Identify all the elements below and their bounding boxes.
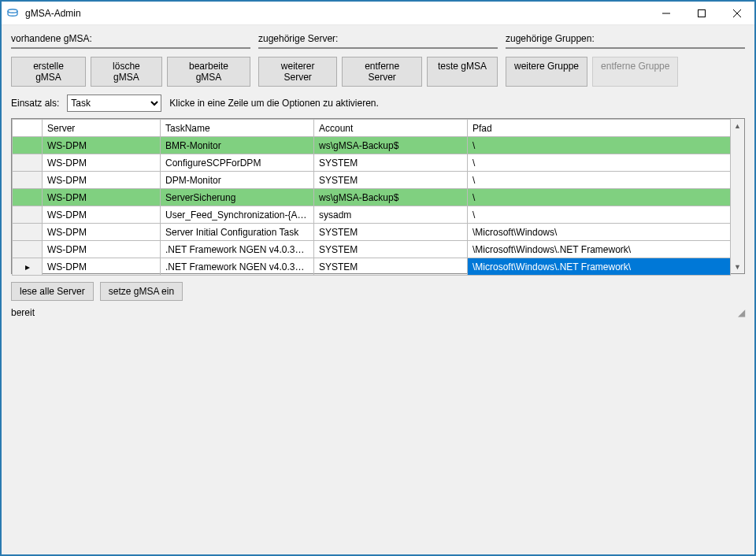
grid-cell[interactable]: ConfigureSCPForDPM <box>161 154 314 172</box>
grid-cell[interactable]: SYSTEM <box>314 224 468 241</box>
grid-cell[interactable]: WS-DPM <box>43 258 161 276</box>
grid-cell[interactable]: \Microsoft\Windows\.NET Framework\ <box>468 241 731 258</box>
row-header[interactable] <box>13 189 43 206</box>
grid-cell[interactable]: .NET Framework NGEN v4.0.30319 64 <box>161 258 314 276</box>
remove-group-button: entferne Gruppe <box>592 57 678 87</box>
grid-cell[interactable]: SYSTEM <box>314 154 468 172</box>
resize-grip-icon[interactable]: ◢ <box>734 307 745 318</box>
more-server-button[interactable]: weiterer Server <box>258 57 337 87</box>
grid-cell[interactable]: SYSTEM <box>314 258 468 276</box>
grid-cell[interactable]: sysadm <box>314 206 468 224</box>
grid-cell[interactable]: SYSTEM <box>314 241 468 258</box>
col-account[interactable]: Account <box>314 120 468 137</box>
table-row[interactable]: WS-DPMBMR-Monitorws\gMSA-Backup$\ <box>13 137 731 154</box>
col-task[interactable]: TaskName <box>161 120 314 137</box>
col-path[interactable]: Pfad <box>468 120 731 137</box>
grid-cell[interactable]: \ <box>468 154 731 172</box>
row-header[interactable] <box>13 172 43 189</box>
row-header[interactable]: ▸ <box>13 258 43 276</box>
close-button[interactable] <box>719 2 754 24</box>
window-title: gMSA-Admin <box>24 8 648 19</box>
grid-cell[interactable]: WS-DPM <box>43 189 161 206</box>
titlebar: gMSA-Admin <box>2 2 754 25</box>
einsatz-label: Einsatz als: <box>11 98 59 109</box>
table-row[interactable]: WS-DPMServerSicherungws\gMSA-Backup$\ <box>13 189 731 206</box>
grid-cell[interactable]: ServerSicherung <box>161 189 314 206</box>
scroll-up-icon[interactable]: ▲ <box>731 119 744 132</box>
servers-label: zugehörige Server: <box>258 33 498 44</box>
gmsa-label: vorhandene gMSA: <box>11 33 250 44</box>
grid-cell[interactable]: WS-DPM <box>43 224 161 241</box>
groups-listbox[interactable]: --- direkte Gruppen: ---GG-SEC-Server-JB… <box>506 47 745 49</box>
grid-cell[interactable]: \ <box>468 172 731 189</box>
scroll-up-icon[interactable]: ▲ <box>731 48 744 49</box>
grid-cell[interactable]: \ <box>468 189 731 206</box>
minimize-button[interactable] <box>648 2 684 24</box>
task-grid[interactable]: Server TaskName Account Pfad WS-DPMBMR-M… <box>11 118 745 274</box>
einsatz-hint: Klicke in eine Zeile um die Optionen zu … <box>169 98 378 109</box>
table-row[interactable]: WS-DPM.NET Framework NGEN v4.0.30319SYST… <box>13 241 731 258</box>
gmsa-listbox[interactable]: gMSA-ADFS (Service ADFS)gMSA-Backup (Tas… <box>11 47 250 49</box>
scroll-down-icon[interactable]: ▼ <box>731 47 744 48</box>
grid-cell[interactable]: User_Feed_Synchronization-{A6AB57... <box>161 206 314 224</box>
app-icon <box>6 7 19 20</box>
table-row[interactable]: WS-DPMConfigureSCPForDPMSYSTEM\ <box>13 154 731 172</box>
table-row[interactable]: WS-DPMDPM-MonitorSYSTEM\ <box>13 172 731 189</box>
grid-cell[interactable]: ws\gMSA-Backup$ <box>314 189 468 206</box>
table-row[interactable]: ▸WS-DPM.NET Framework NGEN v4.0.30319 64… <box>13 258 731 276</box>
grid-scrollbar[interactable]: ▲ ▼ <box>731 119 744 273</box>
col-server[interactable]: Server <box>43 120 161 137</box>
grid-cell[interactable]: Server Initial Configuration Task <box>161 224 314 241</box>
grid-cell[interactable]: WS-DPM <box>43 241 161 258</box>
grid-cell[interactable]: .NET Framework NGEN v4.0.30319 <box>161 241 314 258</box>
table-row[interactable]: WS-DPMUser_Feed_Synchronization-{A6AB57.… <box>13 206 731 224</box>
grid-cell[interactable]: DPM-Monitor <box>161 172 314 189</box>
test-gmsa-button[interactable]: teste gMSA <box>427 57 498 87</box>
more-group-button[interactable]: weitere Gruppe <box>506 57 587 87</box>
row-header[interactable] <box>13 206 43 224</box>
grid-cell[interactable]: \ <box>468 137 731 154</box>
row-header[interactable] <box>13 154 43 172</box>
grid-cell[interactable]: \ <box>468 206 731 224</box>
row-header[interactable] <box>13 137 43 154</box>
table-row[interactable]: WS-DPMServer Initial Configuration TaskS… <box>13 224 731 241</box>
apply-gmsa-button[interactable]: setze gMSA ein <box>100 282 183 301</box>
status-text: bereit <box>11 307 35 318</box>
grid-cell[interactable]: SYSTEM <box>314 172 468 189</box>
einsatz-select[interactable]: Task <box>67 95 161 112</box>
scroll-down-icon[interactable]: ▼ <box>731 260 744 273</box>
create-gmsa-button[interactable]: erstelle gMSA <box>11 57 86 87</box>
svg-point-0 <box>8 9 17 12</box>
delete-gmsa-button[interactable]: lösche gMSA <box>91 57 162 87</box>
grid-cell[interactable]: \Microsoft\Windows\.NET Framework\ <box>468 258 731 276</box>
servers-listbox[interactable]: WS-DC1.ws.itsWS-FS1.ws.itsWS-MX1.ws.itsW… <box>258 47 498 49</box>
read-servers-button[interactable]: lese alle Server <box>11 282 94 301</box>
grid-cell[interactable]: WS-DPM <box>43 206 161 224</box>
grid-cell[interactable]: ws\gMSA-Backup$ <box>314 137 468 154</box>
grid-cell[interactable]: BMR-Monitor <box>161 137 314 154</box>
groups-label: zugehörige Gruppen: <box>506 33 745 44</box>
maximize-button[interactable] <box>684 2 719 24</box>
grid-corner <box>13 120 43 137</box>
svg-rect-2 <box>698 9 705 17</box>
grid-cell[interactable]: \Microsoft\Windows\ <box>468 224 731 241</box>
edit-gmsa-button[interactable]: bearbeite gMSA <box>167 57 250 87</box>
row-header[interactable] <box>13 241 43 258</box>
grid-cell[interactable]: WS-DPM <box>43 172 161 189</box>
grid-cell[interactable]: WS-DPM <box>43 137 161 154</box>
row-header[interactable] <box>13 224 43 241</box>
grid-cell[interactable]: WS-DPM <box>43 154 161 172</box>
remove-server-button[interactable]: entferne Server <box>342 57 422 87</box>
